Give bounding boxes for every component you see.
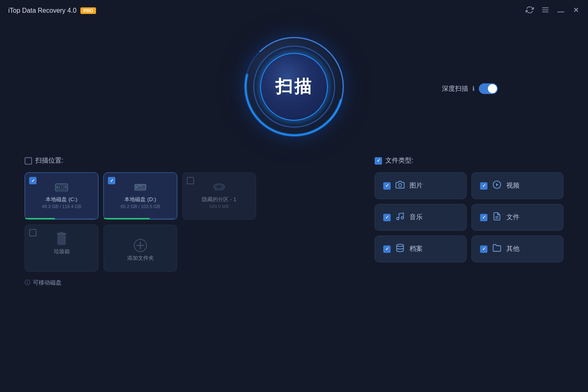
- svg-rect-19: [138, 185, 143, 186]
- close-button[interactable]: [572, 6, 580, 15]
- camera-icon: [396, 180, 405, 191]
- file-type-grid: ✓ 图片 ✓: [375, 172, 563, 262]
- scan-button-wrapper: 扫描: [245, 37, 343, 136]
- video-label: 视频: [506, 181, 519, 190]
- drives-grid: ✓: [25, 172, 358, 220]
- drive-d-icon: [109, 179, 172, 194]
- drive-c-size: 49.3 GB / 119.4 GB: [30, 204, 93, 209]
- main-content: 扫描 深度扫描 ℹ 扫描位置:: [0, 21, 588, 287]
- drive-hidden-checkbox[interactable]: [187, 177, 194, 184]
- svg-point-21: [136, 186, 137, 188]
- file-type-image[interactable]: ✓ 图片: [375, 172, 467, 199]
- trash-checkbox[interactable]: [29, 229, 37, 236]
- removable-section: ⓘ 可移动磁盘: [25, 279, 358, 287]
- app-title: iTop Data Recovery 4.0: [8, 7, 76, 14]
- music-checkbox[interactable]: ✓: [383, 214, 391, 221]
- drive-d-size: 65.2 GB / 103.5 GB: [109, 204, 172, 209]
- image-label: 图片: [410, 181, 423, 190]
- removable-label: 可移动磁盘: [33, 279, 62, 287]
- svg-rect-11: [65, 186, 67, 186]
- video-checkbox[interactable]: ✓: [480, 182, 487, 190]
- add-folder-card[interactable]: 添加文件夹: [103, 225, 177, 272]
- drive-c-icon: [30, 179, 93, 194]
- drive-hidden-size: 549.0 MB: [188, 204, 251, 209]
- svg-rect-15: [57, 191, 66, 192]
- drive-d-checkbox[interactable]: ✓: [108, 177, 115, 184]
- play-icon: [492, 180, 501, 191]
- title-bar: iTop Data Recovery 4.0 PRO: [0, 0, 588, 21]
- archive-label: 档案: [410, 245, 423, 253]
- image-checkbox[interactable]: ✓: [383, 182, 391, 190]
- folder-icon: [492, 243, 501, 254]
- scan-middle-ring: 扫描: [253, 46, 335, 128]
- trash-icon: [30, 232, 93, 246]
- drive-c-checkbox[interactable]: ✓: [29, 177, 37, 184]
- file-type-doc[interactable]: ✓ 文件: [471, 204, 563, 231]
- file-types-panel: ✓ 文件类型: ✓ 图片: [375, 156, 563, 287]
- drive-c-name: 本地磁盘 (C:): [30, 196, 93, 203]
- archive-icon: [396, 243, 405, 254]
- drive-card-c[interactable]: ✓: [25, 172, 98, 220]
- pro-badge: PRO: [80, 7, 96, 14]
- trash-name: 垃圾箱: [30, 248, 93, 255]
- svg-point-42: [397, 244, 404, 247]
- minimize-button[interactable]: [557, 7, 565, 14]
- drive-c-progress-bar: [25, 218, 55, 219]
- title-controls: [526, 6, 580, 15]
- file-types-title: 文件类型:: [385, 156, 413, 165]
- refresh-button[interactable]: [526, 6, 534, 15]
- deep-scan-area: 深度扫描 ℹ: [442, 83, 498, 94]
- bottom-section: 扫描位置: ✓: [25, 156, 563, 287]
- file-types-header: ✓ 文件类型:: [375, 156, 563, 165]
- trash-card[interactable]: 垃圾箱: [25, 225, 98, 272]
- scan-outer-ring: 扫描: [245, 37, 343, 136]
- scan-area: 扫描 深度扫描 ℹ: [25, 21, 563, 156]
- file-type-video[interactable]: ✓ 视频: [471, 172, 563, 199]
- menu-button[interactable]: [541, 6, 549, 15]
- doc-icon: [492, 212, 501, 223]
- scan-location-checkbox[interactable]: [25, 157, 32, 165]
- svg-point-35: [398, 183, 401, 186]
- svg-rect-20: [138, 186, 142, 187]
- file-type-other[interactable]: ✓ 其他: [471, 236, 563, 262]
- file-types-all-checkbox[interactable]: ✓: [375, 157, 382, 165]
- drives-row2: 垃圾箱 添加文件夹: [25, 225, 358, 272]
- other-checkbox[interactable]: ✓: [480, 245, 487, 253]
- svg-point-10: [61, 187, 62, 188]
- deep-scan-info-icon: ℹ: [472, 85, 475, 92]
- svg-rect-25: [215, 189, 224, 190]
- drive-d-name: 本地磁盘 (D:): [109, 196, 172, 203]
- add-folder-icon: [109, 238, 172, 253]
- svg-rect-18: [135, 189, 146, 190]
- scan-button-label: 扫描: [275, 75, 313, 98]
- archive-checkbox[interactable]: ✓: [383, 245, 391, 253]
- drive-hidden-icon: [188, 179, 251, 194]
- music-label: 音乐: [410, 213, 423, 222]
- removable-info-icon: ⓘ: [25, 279, 30, 287]
- scan-location-title: 扫描位置:: [35, 156, 63, 165]
- doc-checkbox[interactable]: ✓: [480, 214, 487, 221]
- svg-point-13: [57, 187, 58, 188]
- file-type-archive[interactable]: ✓ 档案: [375, 236, 467, 262]
- svg-line-29: [59, 237, 60, 244]
- svg-point-39: [401, 217, 404, 219]
- svg-point-24: [217, 186, 221, 188]
- add-folder-name: 添加文件夹: [109, 254, 172, 262]
- scan-button[interactable]: 扫描: [260, 53, 328, 121]
- svg-rect-27: [60, 232, 64, 234]
- file-type-music[interactable]: ✓ 音乐: [375, 204, 467, 231]
- deep-scan-toggle[interactable]: [479, 83, 498, 94]
- deep-scan-label: 深度扫描: [442, 85, 468, 93]
- svg-marker-37: [496, 183, 499, 186]
- scan-location-panel: 扫描位置: ✓: [25, 156, 358, 287]
- doc-label: 文件: [506, 213, 519, 222]
- svg-point-38: [397, 218, 399, 220]
- drive-c-progress: [25, 218, 98, 219]
- drive-card-hidden[interactable]: 隐藏的分区 - 1 549.0 MB: [182, 172, 256, 220]
- title-left: iTop Data Recovery 4.0 PRO: [8, 7, 96, 14]
- scan-location-header: 扫描位置:: [25, 156, 358, 165]
- drive-d-progress-bar: [104, 218, 150, 219]
- toggle-knob: [488, 84, 497, 93]
- svg-rect-12: [65, 187, 67, 188]
- drive-card-d[interactable]: ✓ 本地磁盘 (D:) 65.2 GB / 103.5 GB: [103, 172, 177, 220]
